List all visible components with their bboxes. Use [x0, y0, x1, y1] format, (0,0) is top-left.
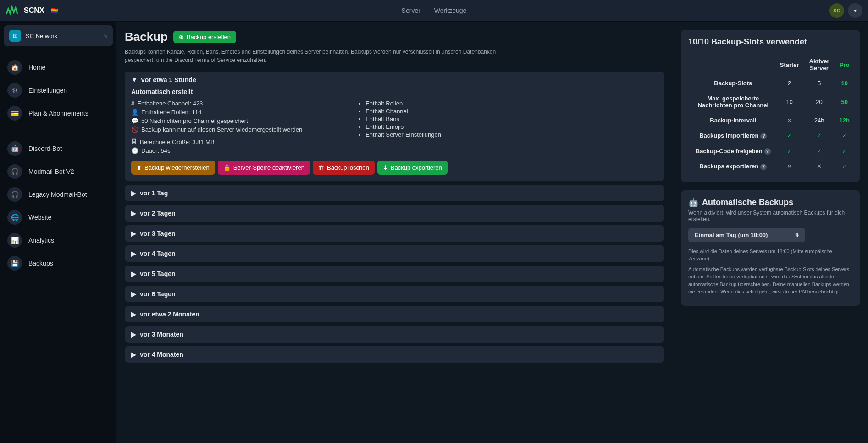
backup-time: vor 5 Tagen	[140, 270, 176, 277]
sidebar-item-home[interactable]: 🏠Home	[4, 57, 113, 78]
chevron-right-icon: ▶	[131, 189, 136, 197]
backup-header[interactable]: ▶vor 1 Tag	[125, 185, 664, 201]
feature-item: Enthält Emojis	[365, 123, 441, 130]
cell: ✓	[838, 128, 851, 143]
sidebar-item-label: Website	[28, 214, 51, 221]
meta-messages: 50 Nachrichten pro Channel gespeichert	[141, 117, 248, 124]
backup-header[interactable]: ▶vor 4 Tagen	[125, 245, 664, 262]
sidebar-item-analytics[interactable]: 📊Analytics	[4, 230, 113, 250]
topbar: SCNX 🏳️‍🌈 Server Werkzeuge SC ▼	[0, 0, 868, 22]
backup-item-collapsed: ▶vor 4 Monaten	[125, 346, 664, 363]
cell: ✓	[802, 144, 837, 159]
topnav-tools[interactable]: Werkzeuge	[434, 7, 467, 14]
chevron-right-icon: ▶	[131, 210, 136, 217]
schedule-select[interactable]: Einmal am Tag (um 18:00)⇅	[688, 228, 805, 242]
backup-item-collapsed: ▶vor 3 Tagen	[125, 225, 664, 242]
trash-icon: 🗑	[318, 164, 324, 171]
chart-icon: 📊	[7, 233, 22, 248]
clock-icon: 🕐	[131, 147, 138, 154]
chevron-right-icon: ▶	[131, 270, 136, 277]
user-icon: 👤	[131, 109, 138, 116]
auto-note1: Dies wird die Daten deines Servers um 18…	[688, 248, 852, 263]
backup-time: vor etwa 1 Stunde	[141, 76, 196, 83]
backup-item-collapsed: ▶vor 3 Monaten	[125, 326, 664, 343]
globe-icon: 🌐	[7, 210, 22, 225]
help-icon[interactable]: ?	[760, 133, 767, 139]
backup-header[interactable]: ▶vor 6 Tagen	[125, 286, 664, 302]
sidebar-item-backups[interactable]: 💾Backups	[4, 253, 113, 273]
backup-item-collapsed: ▶vor 6 Tagen	[125, 286, 664, 302]
chevron-down-icon: ▼	[131, 76, 138, 83]
cell: 5	[802, 76, 837, 90]
delete-label: Backup löschen	[327, 164, 369, 171]
cell: ✕	[778, 113, 801, 127]
sidebar-item-legacy[interactable]: 🎧Legacy Modmail-Bot	[4, 184, 113, 205]
backup-header[interactable]: ▶vor 4 Monaten	[125, 346, 664, 363]
export-button[interactable]: ⬇Backup exportieren	[377, 161, 448, 175]
sidebar-item-discordbot[interactable]: 🤖Discord-Bot	[4, 138, 113, 159]
topnav: Server Werkzeuge	[402, 7, 467, 14]
page-title: Backup	[125, 30, 168, 44]
meta-size: Berechnete Größe: 3.81 MB	[140, 138, 215, 145]
unlock-button[interactable]: 🔓Server-Sperre deaktivieren	[218, 161, 310, 175]
sidebar-item-website[interactable]: 🌐Website	[4, 207, 113, 227]
help-icon[interactable]: ?	[764, 148, 771, 155]
backup-header[interactable]: ▶vor 5 Tagen	[125, 266, 664, 282]
logo[interactable]: SCNX 🏳️‍🌈	[6, 5, 58, 16]
row-slots-label: Backup-Slots	[689, 76, 777, 90]
col-starter: Starter	[778, 54, 801, 75]
restore-label: Backup wiederherstellen	[144, 164, 210, 171]
selector-arrows-icon: ⇅	[795, 233, 799, 238]
server-icon: ⊞	[9, 30, 21, 42]
avatar[interactable]: SC	[829, 3, 844, 18]
sidebar-item-label: Modmail-Bot V2	[28, 168, 74, 175]
create-backup-button[interactable]: ⊕Backup erstellen	[173, 31, 236, 43]
sidebar-item-modmailv2[interactable]: 🎧Modmail-Bot V2	[4, 161, 113, 182]
cell: 50	[838, 91, 851, 112]
help-icon[interactable]: ?	[760, 164, 767, 170]
download-icon: ⬇	[383, 164, 388, 171]
backup-features: Enthält Rollen Enthält Channel Enthält B…	[357, 100, 441, 154]
backup-header[interactable]: ▶vor 3 Tagen	[125, 225, 664, 242]
create-backup-label: Backup erstellen	[187, 33, 231, 40]
delete-button[interactable]: 🗑Backup löschen	[313, 161, 375, 175]
sidebar: ⊞ SC Network ⇅ 🏠Home ⚙Einstellungen 💳Pla…	[0, 22, 116, 443]
meta-channels: Enthaltene Channel: 423	[137, 100, 203, 107]
chevron-down-icon: ▼	[853, 8, 857, 13]
auto-subtitle: Wenn aktiviert, wird unser System automa…	[688, 210, 852, 222]
cell: 20	[802, 91, 837, 112]
server-selector[interactable]: ⊞ SC Network ⇅	[4, 25, 113, 46]
user-dropdown-button[interactable]: ▼	[848, 3, 862, 18]
backup-header[interactable]: ▶vor 2 Tagen	[125, 205, 664, 222]
restore-button[interactable]: ⬆Backup wiederherstellen	[131, 161, 215, 175]
backup-time: vor 3 Monaten	[140, 331, 183, 338]
slots-panel: 10/10 Backup-Slots verwendet StarterAkti…	[681, 30, 860, 182]
sidebar-item-label: Home	[28, 64, 45, 71]
flag-icon: 🏳️‍🌈	[50, 7, 58, 14]
backup-time: vor 1 Tag	[140, 189, 168, 197]
home-icon: 🏠	[7, 60, 22, 75]
sidebar-item-plan[interactable]: 💳Plan & Abonnements	[4, 103, 113, 123]
backup-header[interactable]: ▶vor etwa 2 Monaten	[125, 306, 664, 322]
row-export-label: Backups exportieren?	[689, 159, 777, 174]
card-icon: 💳	[7, 106, 22, 121]
sidebar-item-label: Discord-Bot	[28, 145, 62, 152]
backup-header[interactable]: ▶vor 3 Monaten	[125, 326, 664, 343]
chevron-right-icon: ▶	[131, 310, 136, 318]
sidebar-item-settings[interactable]: ⚙Einstellungen	[4, 80, 113, 100]
robot-icon: 🤖	[7, 141, 22, 156]
hash-icon: #	[131, 100, 134, 107]
backup-meta: #Enthaltene Channel: 423 👤Enthaltene Rol…	[131, 100, 302, 154]
topnav-server[interactable]: Server	[402, 7, 420, 14]
schedule-value: Einmal am Tag (um 18:00)	[695, 232, 768, 238]
backup-header[interactable]: ▼vor etwa 1 Stunde	[125, 72, 664, 88]
top-right: SC ▼	[829, 3, 862, 18]
disk-icon: 🗄	[131, 138, 137, 145]
feature-item: Enthält Server-Einstellungen	[365, 131, 441, 138]
cell: 2	[778, 76, 801, 90]
unlock-icon: 🔓	[223, 164, 231, 171]
chevron-right-icon: ▶	[131, 331, 136, 338]
plus-icon: ⊕	[179, 33, 184, 40]
row-interval-label: Backup-Intervall	[689, 113, 777, 127]
main-content: Backup ⊕Backup erstellen Backups können …	[116, 22, 673, 443]
